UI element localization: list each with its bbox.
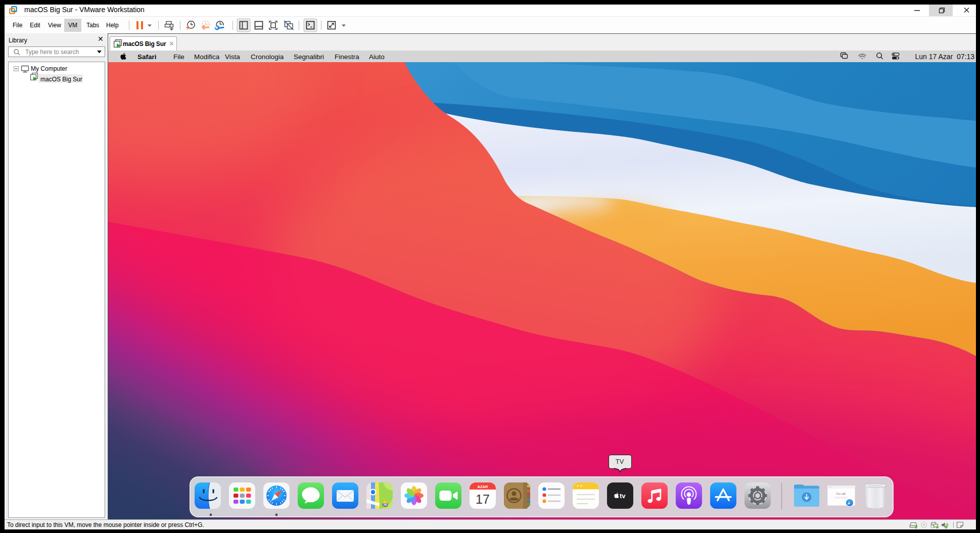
svg-text:280: 280 xyxy=(383,504,387,506)
svg-text:AZAR: AZAR xyxy=(478,484,488,489)
svg-text:tv: tv xyxy=(620,492,626,500)
svg-text:17: 17 xyxy=(476,492,490,506)
svg-text:Google: Google xyxy=(836,492,846,495)
